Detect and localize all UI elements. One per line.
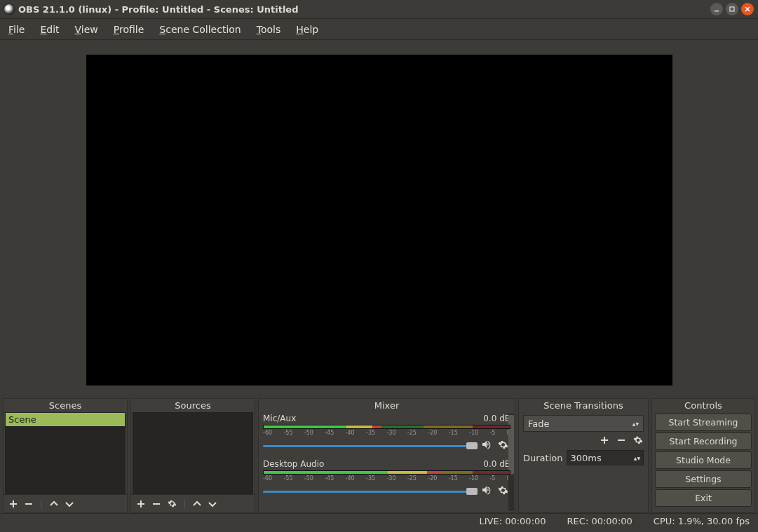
mixer-volume-slider[interactable]	[263, 443, 477, 449]
remove-transition-button[interactable]	[616, 435, 627, 446]
svg-rect-1	[730, 7, 734, 11]
window-title: OBS 21.1.0 (linux) - Profile: Untitled -…	[18, 4, 299, 15]
panel-scenes-title: Scenes	[4, 399, 127, 412]
spinner-icon: ▲▼	[634, 456, 640, 461]
menubar: File Edit View Profile Scene Collection …	[0, 19, 758, 40]
move-source-up-button[interactable]	[191, 498, 203, 510]
menu-profile[interactable]: Profile	[112, 22, 146, 36]
window-titlebar: OBS 21.1.0 (linux) - Profile: Untitled -…	[0, 0, 758, 19]
panel-transitions-title: Scene Transitions	[519, 399, 648, 412]
speaker-icon	[481, 484, 492, 496]
add-transition-button[interactable]	[599, 435, 610, 446]
status-cpu: CPU: 1.9%, 30.00 fps	[654, 516, 750, 526]
preview-area	[0, 40, 758, 395]
add-scene-button[interactable]	[8, 498, 19, 510]
panel-sources: Sources |	[130, 398, 255, 513]
plus-icon	[9, 500, 18, 508]
close-button[interactable]	[741, 3, 754, 15]
maximize-button[interactable]	[726, 3, 738, 15]
minus-icon	[617, 436, 625, 444]
mixer-meter-scale: -60-55-50-45-40-35-30-25-20-15-10-50	[263, 475, 510, 482]
svg-rect-0	[715, 11, 719, 12]
scene-item[interactable]: Scene	[6, 413, 125, 426]
mixer-mute-button[interactable]	[481, 484, 494, 498]
menu-tools[interactable]: Tools	[255, 22, 283, 36]
transition-duration-input[interactable]: 300ms ▲▼	[567, 450, 644, 465]
preview-canvas[interactable]	[86, 55, 672, 386]
move-scene-down-button[interactable]	[64, 498, 75, 510]
start-recording-button[interactable]: Start Recording	[655, 432, 752, 450]
gear-icon	[498, 485, 508, 496]
panel-transitions: Scene Transitions Fade ▲▼ Duration 300ms…	[518, 398, 649, 513]
mixer-channel: Mic/Aux 0.0 dB -60-55-50-45-40-35-30-25-…	[263, 414, 510, 452]
minus-icon	[152, 500, 161, 508]
remove-source-button[interactable]	[151, 498, 162, 510]
transition-select[interactable]: Fade ▲▼	[523, 415, 644, 432]
mixer-meter	[263, 470, 510, 475]
exit-button[interactable]: Exit	[655, 489, 752, 507]
sources-toolbar: |	[131, 494, 255, 512]
plus-icon	[137, 500, 145, 508]
statusbar: LIVE: 00:00:00 REC: 00:00:00 CPU: 1.9%, …	[0, 513, 758, 528]
mixer-channel: Desktop Audio 0.0 dB -60-55-50-45-40-35-…	[263, 459, 510, 498]
menu-help[interactable]: Help	[295, 22, 320, 36]
scenes-list[interactable]: Scene	[5, 412, 126, 494]
settings-button[interactable]: Settings	[655, 470, 752, 488]
gear-icon	[498, 439, 508, 450]
start-streaming-button[interactable]: Start Streaming	[655, 414, 752, 431]
mixer-channel-name: Mic/Aux	[263, 414, 296, 423]
minimize-button[interactable]	[710, 3, 723, 15]
menu-scene-collection[interactable]: Scene Collection	[158, 22, 242, 36]
mixer-mute-button[interactable]	[481, 439, 494, 452]
chevron-down-icon	[208, 500, 217, 508]
transition-duration-label: Duration	[523, 453, 562, 463]
app-icon	[4, 4, 14, 14]
source-properties-button[interactable]	[166, 498, 177, 510]
panel-mixer: Mixer Mic/Aux 0.0 dB -60-55-50-45-40-35-…	[258, 398, 515, 513]
sources-list[interactable]	[133, 412, 253, 494]
transition-properties-button[interactable]	[632, 435, 644, 446]
mixer-volume-slider[interactable]	[263, 489, 477, 494]
chevron-up-icon	[193, 500, 201, 508]
chevron-down-icon	[65, 500, 74, 508]
mixer-channel-name: Desktop Audio	[263, 459, 324, 469]
transition-selected-value: Fade	[528, 418, 632, 429]
gear-icon	[633, 435, 643, 445]
status-live: LIVE: 00:00:00	[479, 516, 546, 526]
mixer-body: Mic/Aux 0.0 dB -60-55-50-45-40-35-30-25-…	[259, 412, 515, 512]
studio-mode-button[interactable]: Studio Mode	[655, 451, 752, 469]
move-source-down-button[interactable]	[207, 498, 218, 510]
mixer-meter-scale: -60-55-50-45-40-35-30-25-20-15-10-50	[263, 430, 510, 436]
panel-controls: Controls Start Streaming Start Recording…	[651, 398, 755, 513]
mixer-channel-level: 0.0 dB	[483, 414, 510, 423]
speaker-icon	[481, 439, 492, 450]
dropdown-spinner-icon: ▲▼	[632, 421, 639, 426]
minus-icon	[25, 500, 33, 508]
menu-view[interactable]: View	[74, 22, 100, 36]
panel-scenes: Scenes Scene |	[3, 398, 128, 513]
panel-sources-title: Sources	[131, 399, 255, 412]
menu-edit[interactable]: Edit	[39, 22, 60, 36]
remove-scene-button[interactable]	[23, 498, 34, 510]
svg-rect-4	[618, 439, 625, 441]
gear-icon	[168, 499, 177, 508]
svg-rect-3	[153, 503, 160, 505]
svg-rect-2	[25, 503, 32, 505]
move-scene-up-button[interactable]	[48, 498, 60, 510]
status-rec: REC: 00:00:00	[567, 516, 632, 526]
chevron-up-icon	[50, 500, 58, 508]
mixer-meter	[263, 425, 510, 429]
menu-file[interactable]: File	[7, 22, 26, 36]
panel-controls-title: Controls	[652, 399, 754, 412]
plus-icon	[600, 436, 609, 444]
mixer-channel-level: 0.0 dB	[483, 459, 510, 469]
scenes-toolbar: |	[4, 494, 127, 512]
panel-mixer-title: Mixer	[259, 399, 515, 412]
add-source-button[interactable]	[135, 498, 147, 510]
